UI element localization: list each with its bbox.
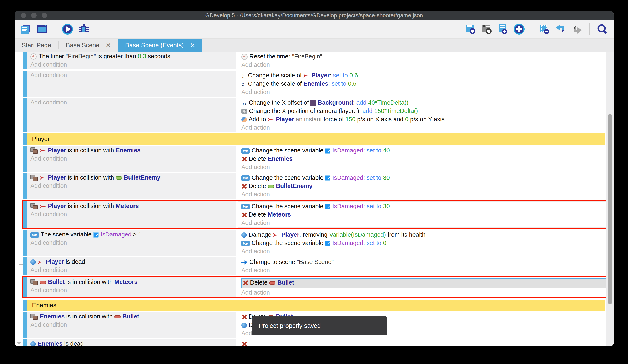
event-row: Bullet is in collision with MeteorsAdd c…: [23, 277, 612, 297]
condition-item[interactable]: VarThe scene variable IsDamaged ≥ 1: [30, 230, 236, 239]
action-item[interactable]: Damage Player, removing Variable(IsDamag…: [241, 231, 605, 239]
text-segment: The timer: [39, 53, 66, 60]
add-event-icon[interactable]: [465, 23, 476, 35]
add-comment-icon[interactable]: [481, 23, 492, 35]
text-segment: 150*TimeDelta(): [373, 108, 418, 114]
condition-item[interactable]: Player is dead: [30, 257, 236, 266]
close-tab-icon[interactable]: ✕: [106, 42, 111, 49]
action-item[interactable]: VarChange the scene variable IsDamaged: …: [241, 146, 605, 155]
text-segment: is in collision with: [65, 313, 114, 320]
scrollbar-thumb[interactable]: [608, 114, 612, 304]
action-item[interactable]: ↔Change the X offset of Background: add …: [241, 98, 605, 107]
action-item[interactable]: VarChange the scene variable IsDamaged: …: [241, 239, 605, 247]
condition-item[interactable]: Enemies is in collision with Bullet: [30, 312, 236, 320]
add-action-button[interactable]: Add action: [241, 190, 605, 198]
text-segment: IsDamaged: [332, 174, 363, 181]
add-action-button[interactable]: Add action: [241, 247, 605, 255]
action-item[interactable]: Delete Meteors: [241, 210, 612, 219]
event-handle-bar[interactable]: [23, 133, 27, 145]
add-action-button[interactable]: Add action: [241, 88, 605, 96]
group-header[interactable]: Enemies: [27, 300, 605, 311]
event-handle-bar[interactable]: [23, 201, 27, 228]
text-segment: Player: [312, 72, 330, 79]
add-condition-button[interactable]: Add condition: [30, 320, 236, 329]
play-icon[interactable]: [62, 23, 73, 35]
action-item[interactable]: VarChange the scene variable IsDamaged: …: [241, 174, 605, 182]
text-segment: 30: [381, 174, 390, 181]
event-row: VarThe scene variable IsDamaged ≥ 1Add c…: [23, 230, 605, 256]
xoffset-icon: ↔: [241, 99, 247, 107]
add-action-button[interactable]: Add action: [241, 163, 605, 171]
add-condition-button[interactable]: Add condition: [30, 286, 236, 294]
undo-icon[interactable]: [555, 23, 567, 35]
action-item[interactable]: Delete BulletEnemy: [241, 182, 605, 190]
event-handle-bar[interactable]: [23, 339, 27, 346]
scrollbar-track[interactable]: [606, 52, 614, 346]
player-icon: [40, 203, 46, 209]
text-segment: Change the X position of camera (layer: …: [249, 108, 363, 114]
actions-cell: Reset the timer "FireBegin"Add action: [238, 52, 605, 69]
event-handle-bar[interactable]: [23, 98, 27, 132]
redo-icon[interactable]: [571, 23, 583, 35]
event-handle-bar[interactable]: [23, 173, 27, 199]
add-action-button[interactable]: Add action: [241, 266, 605, 274]
action-item[interactable]: ↕Change the scale of Enemies: set to 0.6: [241, 79, 605, 88]
action-item[interactable]: Delete Bullet: [241, 278, 610, 288]
condition-item[interactable]: Player is in collision with Enemies: [30, 146, 236, 154]
action-item[interactable]: Change the X position of camera (layer: …: [241, 107, 605, 115]
tab-start-page[interactable]: Start Page: [14, 39, 58, 52]
condition-item[interactable]: Bullet is in collision with Meteors: [30, 278, 236, 286]
event-handle-bar[interactable]: [23, 312, 27, 338]
action-item[interactable]: Add to Player an instant force of 150 p/…: [241, 115, 605, 123]
text-segment: add: [363, 108, 373, 114]
action-item[interactable]: Reset the timer "FireBegin": [241, 52, 605, 61]
add-condition-button[interactable]: Add condition: [30, 154, 236, 163]
event-handle-bar[interactable]: [23, 257, 27, 275]
action-item[interactable]: Change to scene "Base Scene": [241, 258, 605, 266]
close-tab-icon[interactable]: ✕: [190, 42, 195, 49]
conditions-cell: Player is in collision with MeteorsAdd c…: [27, 201, 236, 228]
event-handle-bar[interactable]: [23, 146, 27, 172]
add-condition-button[interactable]: Add condition: [30, 71, 236, 79]
condition-item[interactable]: The timer "FireBegin" is greater than 0.…: [30, 52, 236, 60]
event-handle-bar[interactable]: [23, 230, 27, 256]
event-handle-bar[interactable]: [23, 70, 27, 97]
tab-base-scene[interactable]: Base Scene✕: [59, 39, 118, 52]
action-item[interactable]: [241, 340, 605, 346]
action-item[interactable]: VarChange the scene variable IsDamaged: …: [241, 202, 612, 210]
action-item[interactable]: Delete Enemies: [241, 155, 605, 163]
title-bar[interactable]: GDevelop 5 - /Users/dkarakay/Documents/G…: [14, 11, 614, 20]
add-action-button[interactable]: Add action: [241, 123, 605, 132]
debug-icon[interactable]: [78, 23, 89, 35]
text-segment: ≥: [131, 231, 138, 238]
group-header[interactable]: Player: [27, 133, 605, 145]
add-condition-button[interactable]: Add condition: [30, 60, 236, 69]
condition-item[interactable]: Enemies is dead: [30, 339, 236, 346]
add-condition-button[interactable]: Add condition: [30, 210, 236, 218]
event-handle-bar[interactable]: [23, 300, 27, 311]
event-handle-bar[interactable]: [23, 52, 27, 69]
add-action-button[interactable]: Add action: [241, 61, 605, 69]
condition-item[interactable]: Player is in collision with BulletEnemy: [30, 173, 236, 182]
add-condition-button[interactable]: Add condition: [30, 182, 236, 190]
project-manager-icon[interactable]: [20, 23, 32, 35]
delete-icon: [241, 184, 247, 189]
add-condition-button[interactable]: Add condition: [30, 239, 236, 247]
action-item[interactable]: ↕Change the scale of Player: set to 0.6: [241, 71, 605, 79]
tab-base-scene-events-[interactable]: Base Scene (Events)✕: [118, 39, 202, 52]
add-circle-icon[interactable]: [513, 23, 525, 35]
start-page-icon[interactable]: [36, 23, 48, 35]
var-icon: Var: [241, 175, 250, 181]
conditions-cell: The timer "FireBegin" is greater than 0.…: [27, 52, 236, 69]
search-icon[interactable]: [597, 23, 608, 35]
delete-event-icon[interactable]: [539, 23, 550, 35]
add-action-button[interactable]: Add action: [241, 219, 612, 227]
add-condition-button[interactable]: Add condition: [30, 98, 236, 107]
condition-item[interactable]: Player is in collision with Meteors: [30, 202, 236, 210]
event-handle-bar[interactable]: [23, 277, 27, 297]
varbadge-icon: [325, 204, 330, 209]
add-subevent-icon[interactable]: [497, 23, 509, 35]
add-condition-button[interactable]: Add condition: [30, 266, 236, 274]
add-action-button[interactable]: Add action: [241, 288, 612, 297]
text-segment: is greater than: [96, 53, 138, 60]
